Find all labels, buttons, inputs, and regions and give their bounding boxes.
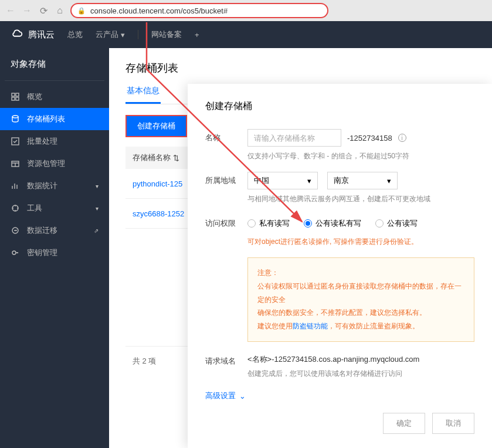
permission-label: 访问权限 — [205, 215, 247, 229]
city-select[interactable]: 南京▾ — [327, 172, 398, 189]
sidebar-item-label: 概览 — [27, 91, 42, 102]
svg-point-4 — [12, 116, 18, 118]
svg-rect-3 — [16, 97, 19, 100]
panel-title: 创建存储桶 — [205, 100, 474, 113]
name-hint: 仅支持小写字母、数字和 - 的组合，不能超过50字符 — [247, 151, 474, 161]
external-icon: ⇗ — [94, 228, 99, 234]
bucket-icon — [11, 114, 20, 124]
cloud-icon — [11, 28, 23, 41]
advanced-toggle[interactable]: 高级设置⌄ — [205, 391, 246, 401]
menu-add[interactable]: + — [195, 30, 199, 39]
region-label: 所属地域 — [205, 172, 247, 186]
address-bar[interactable]: 🔒 console.cloud.tencent.com/cos5/bucket# — [70, 3, 328, 18]
create-bucket-panel: 创建存储桶 名称 -1252734158 i 仅支持小写字母、数字和 - 的组合… — [188, 84, 492, 448]
brand-logo[interactable]: 腾讯云 — [11, 28, 55, 41]
url-text: console.cloud.tencent.com/cos5/bucket# — [90, 6, 228, 15]
sidebar-item-tools[interactable]: 工具 ▾ — [0, 197, 109, 219]
create-bucket-button[interactable]: 创建存储桶 — [125, 115, 187, 137]
menu-products[interactable]: 云产品 ▾ — [96, 29, 125, 40]
migrate-icon — [11, 226, 20, 235]
lock-icon: 🔒 — [77, 7, 86, 15]
home-button[interactable]: ⌂ — [54, 5, 66, 16]
package-icon — [11, 159, 20, 168]
sidebar-item-label: 数据统计 — [27, 181, 57, 191]
country-select[interactable]: 中国▾ — [247, 172, 318, 189]
chart-icon — [11, 181, 20, 191]
chevron-down-icon: ⌄ — [239, 392, 246, 401]
sidebar-item-keys[interactable]: 密钥管理 — [0, 242, 109, 264]
sidebar-item-overview[interactable]: 概览 — [0, 86, 109, 108]
sort-icon: ⇅ — [173, 154, 179, 162]
sidebar-item-label: 密钥管理 — [27, 247, 57, 258]
name-label: 名称 — [205, 129, 247, 143]
domain-value: <名称>-1252734158.cos.ap-nanjing.myqcloud.… — [247, 352, 474, 367]
radio-icon — [247, 219, 256, 228]
sidebar-item-label: 存储桶列表 — [27, 114, 65, 124]
bucket-link[interactable]: pythondict-125 — [133, 179, 182, 188]
bucket-link[interactable]: szyc6688-1252 — [133, 209, 184, 218]
menu-overview[interactable]: 总览 — [67, 29, 83, 40]
chevron-down-icon: ▾ — [307, 177, 311, 185]
sidebar-item-bucket-list[interactable]: 存储桶列表 — [0, 108, 109, 130]
radio-private[interactable]: 私有读写 — [247, 218, 290, 229]
notice-line: 公有读权限可以通过匿名身份直接读取您存储桶中的数据，存在一定的安全 — [257, 280, 464, 307]
confirm-button[interactable]: 确定 — [383, 413, 425, 434]
tab-basic[interactable]: 基本信息 — [125, 86, 161, 104]
sidebar-item-resource[interactable]: 资源包管理 — [0, 152, 109, 175]
column-name: 存储桶名称 — [133, 152, 171, 163]
back-button[interactable]: ← — [5, 5, 16, 16]
notice-line: 确保您的数据安全，不推荐此配置，建议您选择私有。 — [257, 306, 464, 320]
domain-hint: 创建完成后，您可以使用该域名对存储桶进行访问 — [247, 367, 474, 381]
menu-beian[interactable]: 网站备案 — [151, 29, 182, 40]
reload-button[interactable]: ⟳ — [38, 5, 49, 16]
sidebar-item-migration[interactable]: 数据迁移 ⇗ — [0, 219, 109, 242]
name-suffix: -1252734158 — [347, 134, 392, 142]
svg-rect-2 — [12, 97, 15, 100]
notice-line: 建议您使用防盗链功能，可有效防止流量盗刷现象。 — [257, 320, 464, 333]
separator — [138, 30, 138, 39]
browser-chrome: ← → ⟳ ⌂ 🔒 console.cloud.tencent.com/cos5… — [0, 0, 492, 21]
sidebar-item-label: 工具 — [27, 203, 42, 213]
page-title: 存储桶列表 — [125, 61, 476, 75]
svg-rect-1 — [16, 93, 19, 96]
sidebar: 对象存储 概览 存储桶列表 批量处理 资源包管理 数据统计 ▾ 工具 ▾ — [0, 48, 109, 448]
sidebar-item-batch[interactable]: 批量处理 — [0, 130, 109, 152]
svg-rect-5 — [12, 138, 19, 145]
chevron-down-icon: ▾ — [121, 30, 125, 39]
chevron-down-icon: ▾ — [387, 177, 391, 185]
region-hint: 与相同地域其他腾讯云服务内网互通，创建后不可更改地域 — [247, 194, 474, 204]
sidebar-item-label: 资源包管理 — [27, 158, 65, 169]
sidebar-title: 对象存储 — [0, 59, 109, 80]
wrench-icon — [11, 203, 20, 213]
cancel-button[interactable]: 取消 — [432, 413, 474, 434]
sidebar-item-stats[interactable]: 数据统计 ▾ — [0, 175, 109, 197]
bucket-name-input[interactable] — [247, 129, 341, 147]
brand-text: 腾讯云 — [28, 29, 55, 40]
radio-public-rw[interactable]: 公有读写 — [375, 218, 418, 229]
grid-icon — [11, 92, 20, 101]
sidebar-item-label: 数据迁移 — [27, 225, 57, 236]
chevron-down-icon: ▾ — [96, 183, 99, 189]
radio-public-read[interactable]: 公有读私有写 — [304, 218, 361, 229]
svg-rect-0 — [12, 93, 15, 96]
sidebar-item-label: 批量处理 — [27, 136, 57, 147]
key-icon — [11, 248, 20, 257]
forward-button[interactable]: → — [21, 5, 33, 16]
chevron-down-icon: ▾ — [96, 205, 99, 212]
top-header: 腾讯云 总览 云产品 ▾ 网站备案 + — [0, 21, 492, 48]
anti-leech-link[interactable]: 防盗链功能 — [293, 322, 328, 330]
notice-box: 注意： 公有读权限可以通过匿名身份直接读取您存储桶中的数据，存在一定的安全 确保… — [247, 257, 474, 342]
permission-warning: 可对object进行匿名读操作, 写操作需要进行身份验证。 — [247, 237, 474, 247]
sidebar-divider — [5, 80, 104, 81]
notice-title: 注意： — [257, 266, 464, 280]
check-icon — [11, 137, 20, 146]
svg-point-9 — [12, 251, 16, 254]
radio-icon — [375, 219, 384, 228]
domain-label: 请求域名 — [205, 352, 247, 366]
radio-icon — [304, 219, 312, 228]
info-icon[interactable]: i — [398, 134, 406, 142]
